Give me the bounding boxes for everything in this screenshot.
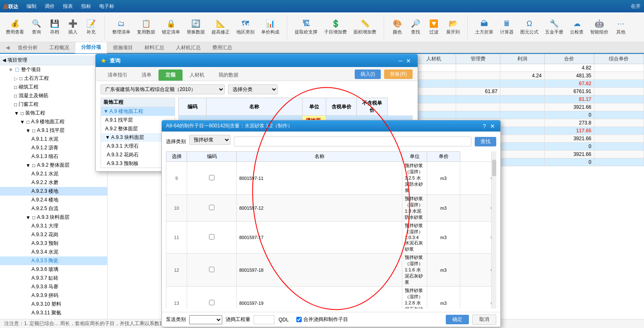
btn-zhinengzujia[interactable]: 🤖 智能组价 (588, 18, 611, 36)
btn-cundang[interactable]: 💾 存档 (46, 18, 63, 36)
tree-A9-2-2[interactable]: A.9.2.2 水磨 (0, 178, 107, 187)
sub-table-row[interactable]: 11 8001597-17 预拌砂浆（湿拌）1:0.3:4 水泥石灰砂浆 m3 … (166, 222, 496, 254)
pump-select[interactable] (189, 315, 222, 324)
tab-qingdan[interactable]: 清单 (135, 69, 159, 81)
btn-tihuan[interactable]: 🔄 替换数据 (184, 18, 207, 36)
btn-chaxun[interactable]: 🔍 查询 (28, 18, 45, 36)
btn-feiyong-chakan[interactable]: 💰 费用查看 (3, 18, 26, 36)
tree-A9-3[interactable]: ▼ □ A.9.3 块料面层 (0, 213, 107, 222)
tree-A9-1-1[interactable]: A.9.1.1 水泥 (0, 135, 107, 144)
top-nav-bianzi[interactable]: 编制 (26, 3, 36, 10)
search-btn[interactable]: 查找 (475, 137, 496, 146)
top-nav-zhibiao[interactable]: 指标 (81, 3, 91, 10)
dialog-close-btn[interactable]: ✕ (404, 57, 413, 64)
search-input[interactable] (234, 136, 471, 146)
btn-zimuzengjiafei[interactable]: 💲 子目增加费 (322, 18, 349, 36)
td-choose[interactable] (187, 162, 237, 195)
tree-A9-3-3[interactable]: A.9.3.3 预制 (0, 239, 107, 248)
filter-category-select[interactable]: 预拌砂浆 (189, 135, 231, 145)
merge-checkbox[interactable] (296, 317, 302, 322)
tree-A9[interactable]: ▼ □ A.9 楼地面工程 (0, 117, 107, 126)
tab-qingdan-zhiyin[interactable]: 清单指引 (101, 69, 135, 81)
dialog-minimize-btn[interactable]: ─ (397, 57, 404, 64)
tab-wode-shuju[interactable]: 我的数据 (211, 69, 245, 81)
tab-zaojia-fenxi[interactable]: 造价分析 (12, 43, 43, 53)
sub-dialog-confirm-btn[interactable]: 确定 (446, 315, 469, 324)
btn-yanse[interactable]: 🎨 颜色 (389, 18, 406, 36)
top-nav-tiaojia[interactable]: 调价 (45, 3, 55, 10)
tree-A9-3-9[interactable]: A.9.3.9 拼码 (0, 291, 107, 300)
tree-A9-3-4[interactable]: A.9.3.4 水泥 (0, 248, 107, 256)
btn-wujin[interactable]: 🔧 五金手册 (543, 18, 566, 36)
tree-A9-1-2[interactable]: A.9.1.2 沥青 (0, 144, 107, 152)
sub-table-row[interactable]: 13 8001597-19 预拌砂浆（湿拌）1:2.8 水泥石灰砂浆 m3 0 (166, 287, 496, 309)
btn-diqu[interactable]: 🗺 地区类别 (234, 19, 257, 36)
btn-yunjiancha[interactable]: ☁ 云检查 (567, 18, 586, 36)
tab-rencaiji[interactable]: 人材机 (183, 69, 211, 81)
btn-guolv[interactable]: 🔽 过滤 (425, 18, 442, 36)
tree-A9-2-1[interactable]: A.9.2.1 水泥 (0, 170, 107, 178)
tree-A9-3-11[interactable]: A.9.3.11 聚氨 (0, 309, 107, 317)
merge-checkbox-label[interactable]: 合并浇捣和制作子目 (296, 316, 348, 323)
btn-chaogao[interactable]: 📐 超高修正 (209, 18, 232, 36)
sub-dialog-help-btn[interactable]: ? (481, 123, 487, 129)
tree-A9-3-8[interactable]: A.9.3.8 马赛 (0, 283, 107, 291)
top-nav-dianzibiao[interactable]: 电子标 (99, 3, 114, 10)
tree-A9-3-7[interactable]: A.9.3.7 缸砖 (0, 274, 107, 283)
quota-source-select[interactable]: 广东省建筑与装饰工程综合定额（2010） (101, 84, 225, 94)
tree-concrete[interactable]: □ 混凝土及钢筋 (0, 91, 107, 100)
btn-chazhao[interactable]: 🔎 查找 (407, 18, 424, 36)
btn-jisuanqi[interactable]: 🖩 计算器 (497, 19, 516, 36)
tab-cuoshi-xiangmu[interactable]: 措施项目 (107, 43, 139, 53)
tree-door-window[interactable]: □ 门窗工程 (0, 100, 107, 109)
tab-feiyong-huizong[interactable]: 费用汇总 (207, 43, 238, 53)
sub-table-row[interactable]: 10 8001597-12 预拌砂浆（湿拌）1:3 水泥防水砂浆 m3 0 (166, 195, 496, 222)
sub-dialog-cancel-btn[interactable]: 取消 (472, 314, 496, 325)
tree-masonry[interactable]: □ 砌筑工程 (0, 83, 107, 91)
sidebar-collapse-icon[interactable]: ◀ (2, 57, 6, 63)
tab-dingeou[interactable]: 定额 (159, 69, 183, 81)
tree-A9-2-5[interactable]: A.9.2.5 自流 (0, 204, 107, 213)
tab-rencaiji-huizong[interactable]: 人材机汇总 (170, 43, 207, 53)
tree-A9-2-3[interactable]: A.9.2.3 楼地 (0, 187, 107, 196)
replace-btn[interactable]: 替换(R) (384, 69, 413, 79)
td-choose[interactable] (187, 287, 237, 309)
btn-danjia[interactable]: 📊 单价构成 (259, 18, 282, 36)
btn-mianjizengjiafei[interactable]: 📏 面积增加费 (351, 18, 379, 36)
btn-fuyong[interactable]: 📋 复用数据 (135, 18, 158, 36)
tree-project[interactable]: ▼ ☐ 整个项目 (0, 65, 107, 74)
td-choose[interactable] (187, 195, 237, 222)
tree-A9-1[interactable]: ▼ □ A.9.1 找平层 (0, 126, 107, 135)
btn-charu[interactable]: ➕ 插入 (65, 18, 81, 36)
btn-tiquzc[interactable]: 🏗 提取砼支撑 (292, 19, 320, 36)
btn-buchong[interactable]: 📝 补充 (83, 18, 99, 36)
tab-nav-arrow-left[interactable]: ◀ (3, 45, 12, 50)
td-choose[interactable] (187, 254, 237, 287)
tree-A9-3-1[interactable]: A.9.3.1 大理 (0, 222, 107, 230)
btn-zhankaidao[interactable]: 📂 展开到 (444, 18, 462, 36)
pour-input[interactable] (254, 315, 274, 324)
tree-A9-3-2[interactable]: A.9.3.2 花岗 (0, 230, 107, 239)
sub-table-row[interactable]: 12 8001597-18 预拌砂浆（湿拌）1:1.6 水泥石灰砂浆 m3 0 (166, 254, 496, 287)
tree-A9-1-3[interactable]: A.9.1.3 细石 (0, 152, 107, 161)
sub-table-row[interactable]: 9 8001597-11 预拌砂浆（湿拌）1:2.5 水泥防水砂浆 m3 0 (166, 162, 496, 195)
btn-suoding[interactable]: 🔒 锁定清单 (159, 18, 183, 36)
tree-A9-3-5[interactable]: A.9.3.5 陶瓷 (0, 256, 107, 265)
tab-fenbufenxiang[interactable]: 分部分项 (75, 42, 107, 53)
td-choose[interactable] (187, 222, 237, 254)
tree-earthwork[interactable]: ▷ □ 土石方工程 (0, 74, 107, 83)
tree-A9-3-10[interactable]: A.9.3.10 塑料 (0, 300, 107, 309)
tree-A9-2-4[interactable]: A.9.2.4 楼地 (0, 196, 107, 204)
sub-dialog-close-btn[interactable]: ✕ (489, 123, 496, 129)
top-nav-baobiao[interactable]: 报表 (63, 3, 73, 10)
btn-qita[interactable]: ⋯ 其他 (613, 18, 629, 36)
btn-tufang[interactable]: 🏔 土方折算 (473, 19, 496, 36)
tree-A9-3-6[interactable]: A.9.3.6 玻璃 (0, 265, 107, 274)
btn-tuyuangongshi[interactable]: Ω 图元公式 (518, 19, 541, 36)
filter-select2[interactable]: 选择分类 (228, 84, 278, 94)
tab-cailiao-huizong[interactable]: 材料汇总 (139, 43, 170, 53)
tab-gongcheng-gaikuang[interactable]: 工程概况 (43, 43, 75, 53)
insert-btn[interactable]: 插入(I) (355, 69, 381, 79)
btn-zhengli[interactable]: 🗂 整理清单 (110, 19, 133, 36)
tree-A9-2[interactable]: ▼ □ A.9.2 整体面层 (0, 161, 107, 170)
